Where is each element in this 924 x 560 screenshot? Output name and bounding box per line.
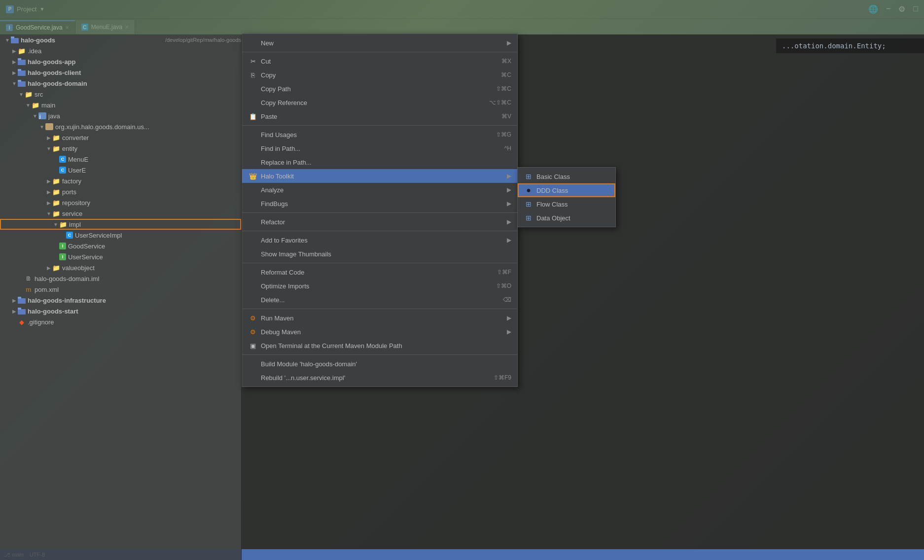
menu-item-run-maven[interactable]: ⚙ Run Maven ▶ <box>242 311 517 325</box>
tree-item-domain-iml[interactable]: 🗎 halo-goods-domain.iml <box>0 273 241 284</box>
menu-arrow-favorites: ▶ <box>507 237 511 244</box>
submenu-item-basic-class[interactable]: ⊞ Basic Class <box>518 170 615 183</box>
svg-rect-2 <box>18 60 26 65</box>
tree-path-halo-goods: /develop/gitRep/mw/halo-goods <box>165 37 241 43</box>
tree-label-pom: pom.xml <box>35 286 241 293</box>
tree-item-idea[interactable]: 📁 .idea <box>0 45 241 56</box>
run-maven-icon: ⚙ <box>248 313 258 323</box>
menu-item-paste[interactable]: 📋 Paste ⌘V <box>242 109 517 123</box>
tree-item-src[interactable]: 📁 src <box>0 89 241 100</box>
menu-item-analyze[interactable]: Analyze ▶ <box>242 183 517 197</box>
menu-item-cut[interactable]: ✂ Cut ⌘X <box>242 54 517 68</box>
tree-item-good-service[interactable]: I GoodService <box>0 241 241 251</box>
tree-item-repository[interactable]: 📁 repository <box>0 197 241 208</box>
submenu-item-ddd-class[interactable]: ● DDD Class <box>518 183 615 197</box>
menu-item-replace-in-path[interactable]: Replace in Path... <box>242 155 517 169</box>
menu-item-copy-path[interactable]: Copy Path ⇧⌘C <box>242 82 517 96</box>
submenu-item-data-object[interactable]: ⊞ Data Object <box>518 211 615 225</box>
paste-icon: 📋 <box>248 111 258 121</box>
menu-label-build-module: Build Module 'halo-goods-domain' <box>261 360 511 368</box>
menu-item-halo-toolkit[interactable]: 👑 Halo Toolkit ▶ ⊞ Basic Class ● DDD Cla… <box>242 169 517 183</box>
submenu-label-ddd-class: DDD Class <box>536 187 568 194</box>
menu-item-open-terminal[interactable]: ▣ Open Terminal at the Current Maven Mod… <box>242 339 517 352</box>
menu-item-reformat[interactable]: Reformat Code ⇧⌘F <box>242 265 517 279</box>
tree-item-entity[interactable]: 📁 entity <box>0 143 241 154</box>
menu-label-analyze: Analyze <box>261 186 503 194</box>
cut-icon: ✂ <box>248 56 258 66</box>
tree-arrow-idea <box>11 47 18 54</box>
svg-rect-11 <box>18 298 26 304</box>
tree-arrow-domain-iml <box>18 275 25 282</box>
menu-label-copy-path: Copy Path <box>261 85 486 93</box>
menu-label-favorites: Add to Favorites <box>261 237 503 244</box>
code-annotation-area: ...otation.domain.Entity; <box>776 38 924 53</box>
tree-item-main[interactable]: 📁 main <box>0 100 241 110</box>
menu-item-thumbnails[interactable]: Show Image Thumbnails <box>242 247 517 261</box>
folder-icon-main: 📁 <box>32 102 39 108</box>
module-icon-infrastructure <box>18 297 26 304</box>
menu-item-rebuild[interactable]: Rebuild '...n.user.service.impl' ⇧⌘F9 <box>242 371 517 385</box>
menu-item-copy-ref[interactable]: Copy Reference ⌥⇧⌘C <box>242 96 517 109</box>
tree-item-service[interactable]: 📁 service <box>0 208 241 219</box>
tree-item-halo-goods-domain[interactable]: halo-goods-domain <box>0 78 241 89</box>
menu-label-cut: Cut <box>261 58 492 65</box>
folder-icon-idea: 📁 <box>18 47 26 54</box>
tree-item-impl[interactable]: 📁 impl <box>0 219 241 230</box>
svg-rect-13 <box>18 309 26 315</box>
module-icon-halo-goods <box>11 36 19 43</box>
tree-item-ports[interactable]: 📁 ports <box>0 186 241 197</box>
menu-icon-new <box>248 38 258 48</box>
tree-item-converter[interactable]: 📁 converter <box>0 132 241 143</box>
tree-item-gitignore[interactable]: ◆ .gitignore <box>0 316 241 327</box>
tree-item-menu-e[interactable]: C MenuE <box>0 154 241 165</box>
tree-item-pom-xml[interactable]: m pom.xml <box>0 284 241 295</box>
menu-item-find-in-path[interactable]: Find in Path... ^H <box>242 141 517 155</box>
submenu-item-flow-class[interactable]: ⊞ Flow Class <box>518 197 615 211</box>
menu-item-find-usages[interactable]: Find Usages ⇧⌘G <box>242 128 517 141</box>
menu-item-copy[interactable]: ⎘ Copy ⌘C <box>242 68 517 82</box>
tree-item-factory[interactable]: 📁 factory <box>0 175 241 186</box>
tree-item-halo-goods-start[interactable]: halo-goods-start <box>0 306 241 316</box>
tree-item-halo-goods-infrastructure[interactable]: halo-goods-infrastructure <box>0 295 241 306</box>
menu-icon-optimize <box>248 281 258 291</box>
menu-item-favorites[interactable]: Add to Favorites ▶ <box>242 233 517 247</box>
context-menu[interactable]: New ▶ ✂ Cut ⌘X ⎘ Copy ⌘C Copy Path ⇧⌘C C… <box>242 34 518 387</box>
menu-shortcut-reformat: ⇧⌘F <box>497 269 511 276</box>
tree-item-org-package[interactable]: org.xujin.halo.goods.domain.us... <box>0 121 241 132</box>
menu-icon-build <box>248 359 258 369</box>
tree-label-factory: factory <box>62 177 241 185</box>
tree-item-valueobject[interactable]: 📁 valueobject <box>0 262 241 273</box>
tree-item-halo-goods-app[interactable]: halo-goods-app <box>0 56 241 67</box>
basic-class-icon: ⊞ <box>524 172 533 181</box>
menu-item-build-module[interactable]: Build Module 'halo-goods-domain' <box>242 357 517 371</box>
project-sidebar[interactable]: halo-goods /develop/gitRep/mw/halo-goods… <box>0 35 242 560</box>
menu-label-open-terminal: Open Terminal at the Current Maven Modul… <box>261 342 511 350</box>
menu-shortcut-delete: ⌫ <box>503 296 511 303</box>
menu-icon-reformat <box>248 267 258 277</box>
debug-maven-icon: ⚙ <box>248 327 258 337</box>
tree-label-infrastructure: halo-goods-infrastructure <box>28 297 241 304</box>
menu-icon-findbugs <box>248 199 258 209</box>
tree-label-halo-goods-app: halo-goods-app <box>28 58 241 66</box>
menu-item-delete[interactable]: Delete... ⌫ <box>242 293 517 307</box>
menu-arrow-run-maven: ▶ <box>507 315 511 321</box>
menu-item-debug-maven[interactable]: ⚙ Debug Maven ▶ <box>242 325 517 339</box>
tree-item-user-service-impl[interactable]: C UserServiceImpl <box>0 230 241 241</box>
tree-item-user-service[interactable]: I UserService <box>0 251 241 262</box>
menu-item-refactor[interactable]: Refactor ▶ <box>242 215 517 229</box>
tree-item-user-e[interactable]: C UserE <box>0 165 241 175</box>
tree-item-halo-goods[interactable]: halo-goods /develop/gitRep/mw/halo-goods <box>0 35 241 45</box>
tree-label-gitignore: .gitignore <box>28 318 241 326</box>
folder-icon-service: 📁 <box>52 210 60 217</box>
menu-item-optimize-imports[interactable]: Optimize Imports ⇧⌘O <box>242 279 517 293</box>
menu-label-find-in-path: Find in Path... <box>261 145 495 152</box>
tree-arrow-pom <box>18 286 25 293</box>
menu-item-findbugs[interactable]: FindBugs ▶ <box>242 197 517 210</box>
tree-item-halo-goods-client[interactable]: halo-goods-client <box>0 67 241 78</box>
ide-container: P Project ▼ 🌐 − ⚙ □ I GoodService.java ×… <box>0 0 924 560</box>
tree-arrow-user-service-impl <box>59 232 66 239</box>
tree-item-java[interactable]: j java <box>0 110 241 121</box>
code-line-annotation: ...otation.domain.Entity; <box>782 40 918 51</box>
git-icon: ◆ <box>18 318 26 325</box>
menu-item-new[interactable]: New ▶ <box>242 36 517 50</box>
